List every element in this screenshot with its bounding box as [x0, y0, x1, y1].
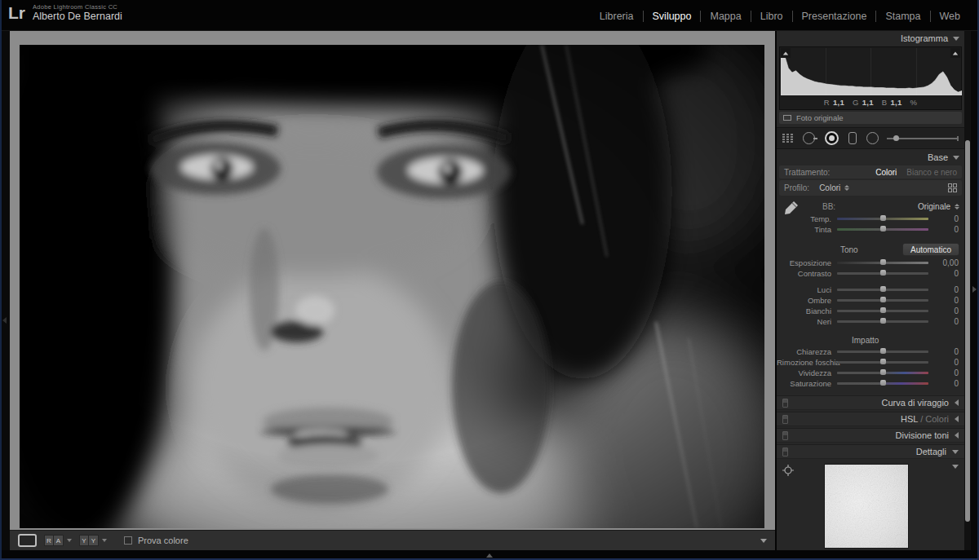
- spot-removal-icon[interactable]: [803, 132, 815, 144]
- radial-filter-icon[interactable]: [866, 132, 879, 144]
- saturation-slider-track[interactable]: [837, 382, 928, 385]
- profile-value[interactable]: Colori: [819, 183, 840, 192]
- detail-options-icon[interactable]: [952, 465, 959, 469]
- module-stampa[interactable]: Stampa: [875, 11, 929, 22]
- exposure-slider-track[interactable]: [837, 262, 928, 264]
- chevron-down-icon[interactable]: [67, 539, 72, 542]
- app-name: Adobe Lightroom Classic CC: [33, 4, 122, 11]
- vibrance-slider-track[interactable]: [837, 372, 928, 374]
- before-after-button[interactable]: Y Y: [79, 535, 107, 546]
- hsl-title: HSL / Colori: [901, 414, 949, 424]
- tool-slider[interactable]: [887, 138, 959, 139]
- module-mappa[interactable]: Mappa: [700, 11, 750, 22]
- temp-slider-track[interactable]: [837, 218, 928, 220]
- user-name: Alberto De Bernardi: [33, 11, 122, 22]
- softproof-checkbox[interactable]: [124, 536, 132, 545]
- slider-knob[interactable]: [880, 286, 886, 292]
- details-panel-header[interactable]: Dettagli: [777, 444, 964, 459]
- shadow-clipping-icon[interactable]: [781, 48, 791, 58]
- reference-r-icon[interactable]: R: [44, 535, 54, 546]
- right-scrollbar[interactable]: [965, 140, 970, 522]
- sharpen-preview[interactable]: [824, 464, 909, 549]
- slider-vividezza: Vividezza 0: [777, 368, 964, 378]
- original-photo-bar[interactable]: Foto originale: [779, 112, 962, 124]
- eyedropper-icon[interactable]: [782, 200, 800, 218]
- slider-knob[interactable]: [880, 259, 886, 265]
- slider-knob[interactable]: [880, 348, 886, 354]
- softproof-toggle[interactable]: Prova colore: [124, 536, 188, 545]
- contrast-slider-track[interactable]: [837, 272, 928, 275]
- collapse-icon[interactable]: [952, 450, 959, 454]
- module-libro[interactable]: Libro: [751, 11, 792, 22]
- dropdown-icon[interactable]: [844, 185, 849, 191]
- dropdown-icon[interactable]: [955, 204, 959, 209]
- histogram-header[interactable]: Istogramma: [777, 31, 964, 44]
- graduated-filter-icon[interactable]: [848, 132, 857, 144]
- auto-button[interactable]: Automatico: [902, 243, 959, 256]
- shadows-slider-track[interactable]: [837, 299, 928, 302]
- expand-icon[interactable]: [955, 399, 959, 406]
- clarity-slider-track[interactable]: [837, 351, 928, 353]
- highlights-slider-track[interactable]: [837, 289, 928, 291]
- expand-icon[interactable]: [955, 416, 959, 422]
- slider-knob[interactable]: [880, 369, 886, 375]
- tint-slider-track[interactable]: [837, 228, 928, 231]
- treatment-color-option[interactable]: Colori: [875, 168, 897, 177]
- tone-curve-panel-header[interactable]: Curva di viraggio: [777, 395, 964, 410]
- slider-knob[interactable]: [880, 270, 886, 276]
- collapse-icon[interactable]: [953, 37, 959, 41]
- loupe-view-icon[interactable]: [18, 534, 37, 547]
- chevron-down-icon[interactable]: [102, 539, 107, 542]
- wb-preset-value[interactable]: Originale: [918, 202, 950, 211]
- crop-overlay-icon[interactable]: [782, 134, 793, 143]
- red-eye-icon[interactable]: [825, 131, 839, 145]
- split-toning-panel-header[interactable]: Divisione toni: [777, 428, 964, 443]
- module-presentazione[interactable]: Presentazione: [792, 11, 876, 22]
- histogram[interactable]: R1,1G1,1B1,1%: [779, 46, 962, 110]
- module-libreria[interactable]: Libreria: [591, 11, 643, 22]
- base-title: Base: [928, 152, 948, 162]
- slider-knob[interactable]: [880, 359, 886, 364]
- after-y-icon[interactable]: Y: [89, 535, 99, 546]
- panel-switch-icon[interactable]: [782, 415, 788, 424]
- collapse-icon[interactable]: [953, 156, 959, 160]
- module-sviluppo[interactable]: Sviluppo: [643, 11, 701, 22]
- profile-browser-icon[interactable]: [948, 183, 957, 192]
- panel-switch-icon[interactable]: [782, 399, 788, 408]
- reference-a-icon[interactable]: A: [54, 535, 64, 546]
- highlight-clipping-icon[interactable]: [950, 48, 960, 58]
- dehaze-slider-track[interactable]: [837, 361, 928, 364]
- left-panel-expand-icon[interactable]: [2, 317, 7, 324]
- module-web[interactable]: Web: [930, 11, 969, 22]
- base-panel-header[interactable]: Base: [777, 151, 964, 164]
- photo-icon: [783, 115, 791, 121]
- photo-view[interactable]: [20, 45, 764, 528]
- panel-switch-icon[interactable]: [782, 431, 788, 440]
- slider-knob[interactable]: [880, 226, 886, 231]
- slider-knob[interactable]: [880, 215, 886, 221]
- slider-knob[interactable]: [893, 135, 899, 141]
- treatment-bw-option[interactable]: Bianco e nero: [906, 168, 957, 177]
- wb-label: BB:: [822, 202, 835, 211]
- original-photo-label: Foto originale: [796, 113, 844, 122]
- slider-esposizione: Esposizione 0,00: [777, 258, 964, 268]
- hsl-panel-header[interactable]: HSL / Colori: [777, 412, 964, 426]
- panel-switch-icon[interactable]: [782, 448, 788, 456]
- slider-knob[interactable]: [880, 380, 886, 386]
- develop-toolbar: R A Y Y Prova colore: [10, 530, 775, 550]
- filmstrip-expand-icon[interactable]: [486, 553, 493, 558]
- slider-knob[interactable]: [880, 318, 886, 324]
- softproof-label: Prova colore: [138, 536, 188, 545]
- expand-icon[interactable]: [955, 432, 959, 439]
- treatment-row: Trattamento: Colori Bianco e nero: [779, 165, 962, 179]
- right-panel-expand-icon[interactable]: [972, 286, 977, 293]
- slider-knob[interactable]: [880, 297, 886, 302]
- slider-knob[interactable]: [880, 307, 886, 313]
- before-y-icon[interactable]: Y: [79, 535, 89, 546]
- toolbar-options-icon[interactable]: [760, 539, 767, 543]
- whites-slider-track[interactable]: [837, 310, 928, 312]
- detail-target-icon[interactable]: [782, 465, 794, 476]
- blacks-slider-track[interactable]: [837, 320, 928, 323]
- slider-ombre: Ombre 0: [777, 295, 964, 306]
- reference-view-button[interactable]: R A: [44, 535, 72, 546]
